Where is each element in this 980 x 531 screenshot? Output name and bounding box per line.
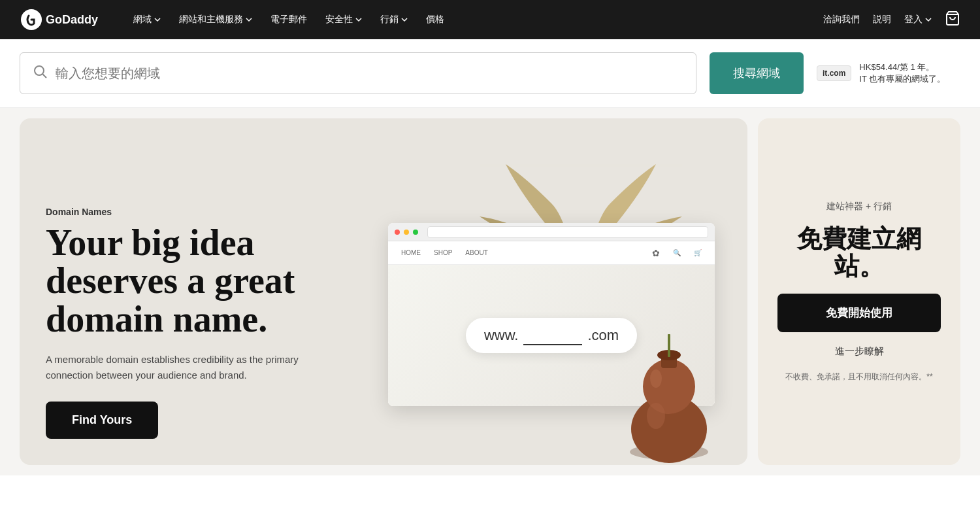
- logo[interactable]: GoDaddy: [20, 8, 105, 31]
- search-section: 搜尋網域 it.com HK$54.44/第 1 年。 IT 也有專屬的網域了。: [0, 39, 980, 108]
- side-card: 建站神器 + 行銷 免費建立網站。 免費開始使用 進一步瞭解 不收費、免承諾，且…: [758, 118, 960, 465]
- nav-item-hosting[interactable]: 網站和主機服務: [170, 0, 261, 39]
- nav-item-marketing[interactable]: 行銷: [371, 0, 417, 39]
- browser-toolbar: [388, 223, 715, 241]
- nav-login[interactable]: 登入: [904, 14, 932, 26]
- nav-help[interactable]: 説明: [873, 14, 891, 26]
- svg-text:GoDaddy: GoDaddy: [46, 13, 98, 26]
- nav-consult[interactable]: 洽詢我們: [823, 14, 860, 26]
- search-icon: [33, 65, 48, 82]
- browser-dot-red: [395, 230, 400, 235]
- nav-item-pricing[interactable]: 價格: [417, 0, 453, 39]
- browser-dot-yellow: [404, 230, 409, 235]
- free-start-button[interactable]: 免費開始使用: [777, 294, 941, 332]
- vase-decoration: [610, 301, 728, 465]
- hero-subtext: A memorable domain establishes credibili…: [46, 352, 307, 383]
- svg-point-3: [35, 66, 44, 75]
- nav-right: 洽詢我們 説明 登入: [823, 10, 960, 29]
- main-content: HOME SHOP ABOUT ✿ 🔍 🛒 www. .com: [0, 108, 980, 475]
- svg-point-12: [650, 369, 662, 388]
- domain-label: Domain Names: [46, 207, 333, 217]
- cart-icon[interactable]: [945, 10, 960, 29]
- navbar: GoDaddy 網域 網站和主機服務 電子郵件 安全性 行銷 價格 洽詢我們 説…: [0, 0, 980, 39]
- learn-more-link[interactable]: 進一步瞭解: [835, 345, 884, 358]
- browser-url-bar: [427, 226, 708, 238]
- nav-item-security[interactable]: 安全性: [316, 0, 371, 39]
- side-card-title: 免費建立網站。: [777, 226, 941, 281]
- nav-links: 網域 網站和主機服務 電子郵件 安全性 行銷 價格: [124, 0, 823, 39]
- domain-blank: [523, 326, 582, 345]
- browser-site-nav: HOME SHOP ABOUT ✿ 🔍 🛒: [388, 241, 715, 265]
- side-card-label: 建站神器 + 行銷: [826, 201, 892, 213]
- search-button[interactable]: 搜尋網域: [710, 52, 804, 94]
- promo-badge: it.com: [817, 65, 851, 81]
- svg-point-11: [647, 403, 665, 429]
- find-yours-button[interactable]: Find Yours: [46, 402, 158, 439]
- search-promo: it.com HK$54.44/第 1 年。 IT 也有專屬的網域了。: [817, 61, 960, 85]
- svg-line-4: [43, 74, 47, 78]
- svg-rect-13: [668, 334, 670, 357]
- hero-text: Domain Names Your big idea deserves a gr…: [20, 207, 359, 465]
- side-card-note: 不收費、免承諾，且不用取消任何內容。**: [785, 371, 932, 383]
- nav-item-domain[interactable]: 網域: [124, 0, 170, 39]
- nav-item-email[interactable]: 電子郵件: [261, 0, 316, 39]
- hero-card: HOME SHOP ABOUT ✿ 🔍 🛒 www. .com: [20, 118, 747, 465]
- domain-search-input[interactable]: [56, 66, 683, 81]
- promo-text: HK$54.44/第 1 年。 IT 也有專屬的網域了。: [859, 61, 945, 85]
- browser-dot-green: [413, 230, 418, 235]
- hero-headline: Your big idea deserves a great domain na…: [46, 224, 333, 339]
- search-box: [20, 52, 696, 94]
